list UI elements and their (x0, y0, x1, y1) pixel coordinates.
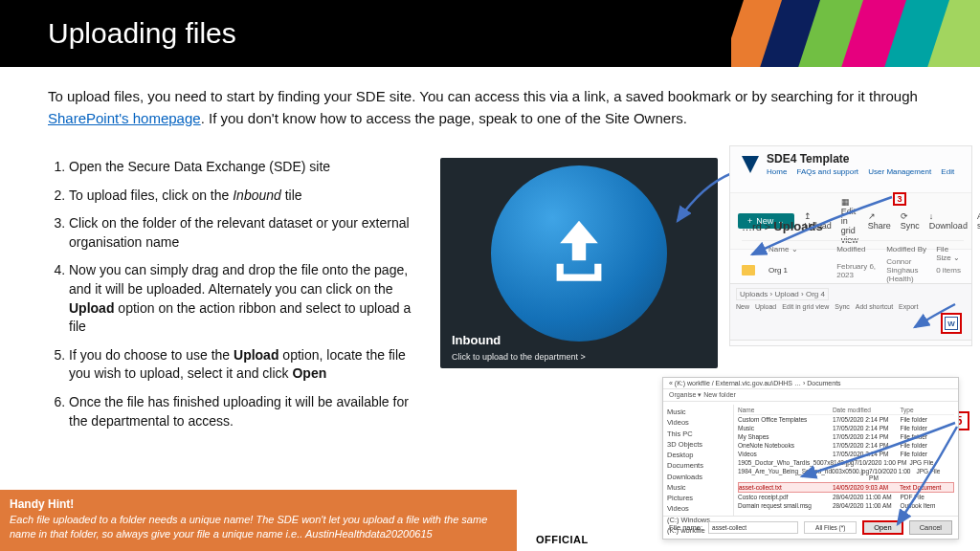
sp-nav: Home FAQs and support User Management Ed… (767, 167, 962, 176)
file-open-dialog: « (K:) workfile / External.vic.gov.au\DH… (662, 377, 959, 540)
sp-brand: SDE4 Template Home FAQs and support User… (740, 152, 962, 176)
sp-nav-users[interactable]: User Management (868, 167, 931, 176)
brand-wedges (731, 0, 980, 67)
slide: Uploading files To upload files, you nee… (0, 0, 980, 551)
cancel-button[interactable]: Cancel (909, 520, 952, 535)
step-1: Open the Secure Data Exchange (SDE) site (69, 158, 431, 177)
sp-ribbon-panel: Uploads › Upload › Org 4 NewUploadEdit i… (729, 283, 972, 341)
intro-before: To upload files, you need to start by fi… (48, 88, 918, 104)
ribbon-tools: NewUploadEdit in grid viewSyncAdd shortc… (736, 303, 966, 310)
file-row: OneNote Notebooks17/05/2020 2:14 PMFile … (738, 441, 954, 450)
sp-folder-row[interactable]: Org 1 February 6, 2023 Connor Singhaus (… (742, 257, 964, 283)
file-row-selected[interactable]: asset-collect.txt14/05/2020 9:03 AMText … (738, 482, 954, 493)
inbound-subtitle: Click to upload to the department > (452, 352, 586, 362)
file-dialog-list: NameDate modifiedType Custom Office Temp… (734, 405, 958, 516)
file-row: My Shapes17/05/2020 2:14 PMFile folder (738, 432, 954, 441)
file-dialog-footer: File name: asset-collect All Files (*) O… (663, 516, 958, 539)
vic-logo-icon (740, 154, 761, 175)
file-dialog-path: « (K:) workfile / External.vic.gov.au\DH… (663, 378, 958, 389)
file-row: Domain request small.msg28/04/2020 11:00… (738, 501, 954, 510)
handy-hint-box: Handy Hint! Each file uploaded to a fold… (0, 490, 517, 551)
filename-input[interactable]: asset-collect (708, 521, 798, 534)
intro-after: . If you don't know how to access the pa… (201, 110, 687, 126)
upload-circle-icon (491, 165, 667, 342)
callout-3: 3 (893, 192, 906, 206)
hint-title: Handy Hint! (10, 497, 507, 511)
inbound-tile[interactable]: Inbound Click to upload to the departmen… (440, 158, 718, 368)
intro-paragraph: To upload files, you need to start by fi… (48, 86, 932, 129)
filetype-dropdown[interactable]: All Files (*) (804, 521, 857, 534)
page-title: Uploading files (48, 17, 236, 50)
steps-list: Open the Secure Data Exchange (SDE) site… (48, 158, 431, 440)
sp-sync-button[interactable]: ⟳ Sync (901, 211, 920, 231)
step-2: To upload files, click on the Inbound ti… (69, 187, 431, 206)
ribbon-crumb: Uploads › Upload › Org 4 (736, 288, 829, 300)
file-row: Costco receipt.pdf28/04/2020 11:00 AMPDF… (738, 493, 954, 501)
inbound-title: Inbound (452, 333, 501, 347)
step-5: If you do choose to use the Upload optio… (69, 346, 431, 384)
file-row: Videos17/05/2020 2:14 PMFile folder (738, 450, 954, 458)
word-doc-icon: W (945, 317, 958, 330)
sharepoint-homepage-link[interactable]: SharePoint's homepage (48, 110, 201, 126)
sp-nav-edit[interactable]: Edit (941, 167, 954, 176)
official-label: OFFICIAL (536, 534, 589, 545)
file-row: 1984_Are_You_Being_Served_hd003x0500.jpg… (738, 467, 954, 482)
file-dialog-nav: MusicVideosThis PC 3D ObjectsDesktopDocu… (663, 405, 734, 516)
step-3: Click on the folder of the relevant data… (69, 214, 431, 252)
upload-highlight-box: W (941, 313, 962, 334)
file-row: 1905_Doctor_Who_Tardis_5007x8148.jpg7/10… (738, 458, 954, 467)
sp-nav-home[interactable]: Home (767, 167, 787, 176)
file-row: Custom Office Templates17/05/2020 2:14 P… (738, 415, 954, 424)
file-dialog-toolbar: Organise ▾ New folder (663, 389, 958, 402)
sp-grid-button[interactable]: ▦ Edit in grid view (841, 197, 858, 245)
step-4: Now you can simply drag and drop the fil… (69, 261, 431, 336)
sp-nav-faq[interactable]: FAQs and support (797, 167, 858, 176)
folder-icon (742, 265, 755, 276)
sp-breadcrumb: …rd > Uploads (742, 219, 823, 233)
hint-body: Each file uploaded to a folder needs a u… (10, 513, 507, 541)
sp-site-title: SDE4 Template (767, 152, 962, 165)
file-row: Music17/05/2020 2:14 PMFile folder (738, 424, 954, 432)
filename-label: File name: (669, 523, 702, 532)
open-button[interactable]: Open (862, 520, 902, 535)
step-6: Once the file has finished uploading it … (69, 393, 431, 430)
sp-share-button[interactable]: ↗ Share (868, 211, 891, 231)
sp-download-button[interactable]: ↓ Download (929, 211, 968, 231)
